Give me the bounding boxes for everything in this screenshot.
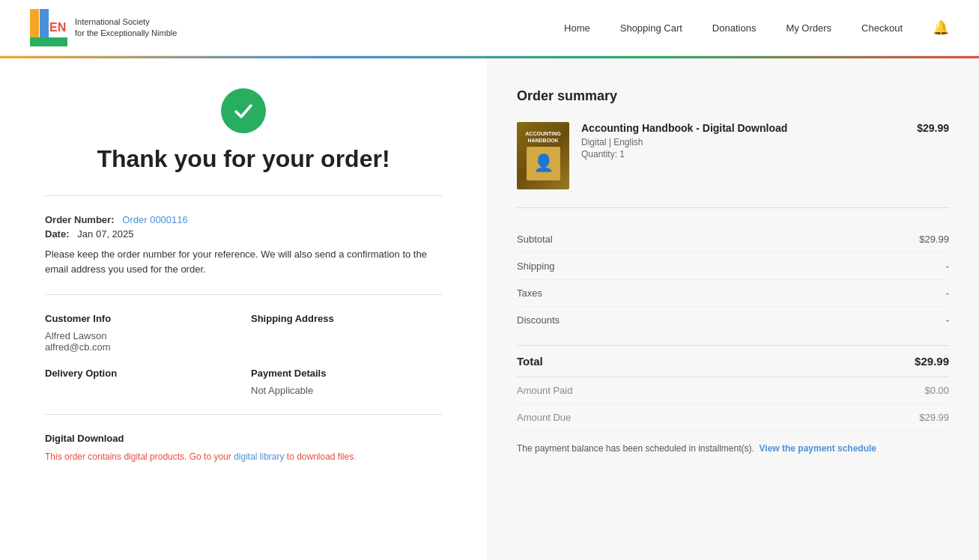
product-image: ACCOUNTINGHANDBOOK 👤 — [517, 122, 569, 189]
main-nav: Home Shopping Cart Donations My Orders C… — [564, 19, 949, 36]
discounts-label: Discounts — [517, 314, 560, 326]
installment-note-text: The payment balance has been scheduled i… — [517, 443, 754, 454]
nav-checkout[interactable]: Checkout — [861, 22, 903, 34]
delivery-payment-grid: Delivery Option Payment Details Not Appl… — [45, 368, 442, 396]
digital-download-heading: Digital Download — [45, 433, 442, 444]
amount-paid-row: Amount Paid $0.00 — [517, 377, 949, 404]
amount-due-value: $29.99 — [919, 412, 949, 423]
discounts-value: - — [946, 314, 949, 326]
shipping-row: Shipping - — [517, 253, 949, 280]
discounts-row: Discounts - — [517, 307, 949, 333]
thank-you-title: Thank you for your order! — [45, 145, 442, 173]
digital-download-section: Digital Download This order contains dig… — [45, 433, 442, 463]
installment-note: The payment balance has been scheduled i… — [517, 442, 949, 455]
book-cover-image: 👤 — [527, 147, 560, 180]
view-payment-schedule-link[interactable]: View the payment schedule — [760, 443, 877, 454]
product-item: ACCOUNTINGHANDBOOK 👤 Accounting Handbook… — [517, 122, 949, 208]
delivery-option-heading: Delivery Option — [45, 368, 236, 379]
customer-info-heading: Customer Info — [45, 313, 236, 324]
taxes-row: Taxes - — [517, 280, 949, 307]
customer-name: Alfred Lawson — [45, 330, 236, 341]
order-details: Order Number: Order 0000116 Date: Jan 07… — [45, 214, 442, 276]
divider-after-info — [45, 414, 442, 415]
svg-text:EN: EN — [49, 21, 66, 34]
amount-due-row: Amount Due $29.99 — [517, 404, 949, 431]
subtotal-row: Subtotal $29.99 — [517, 226, 949, 253]
subtotal-value: $29.99 — [919, 234, 949, 245]
order-summary-title: Order summary — [517, 88, 949, 104]
logo-icon: EN — [30, 9, 67, 46]
nav-donations[interactable]: Donations — [712, 22, 757, 34]
delivery-option-section: Delivery Option — [45, 368, 236, 396]
product-name: Accounting Handbook - Digital Download — [581, 122, 905, 134]
info-grid: Customer Info Alfred Lawson alfred@cb.co… — [45, 313, 442, 353]
customer-info-section: Customer Info Alfred Lawson alfred@cb.co… — [45, 313, 236, 353]
order-number-value: Order 0000116 — [122, 214, 187, 225]
date-value: Jan 07, 2025 — [77, 228, 133, 240]
success-section: Thank you for your order! — [45, 88, 442, 173]
confirmation-message: Please keep the order number for your re… — [45, 247, 442, 276]
total-section: Total $29.99 Amount Paid $0.00 Amount Du… — [517, 345, 949, 431]
product-meta-format: Digital | English — [581, 137, 905, 147]
main-content: Thank you for your order! Order Number: … — [0, 58, 979, 560]
taxes-value: - — [946, 287, 949, 299]
summary-rows: Subtotal $29.99 Shipping - Taxes - Disco… — [517, 226, 949, 333]
site-header: EN International Society for the Excepti… — [0, 0, 979, 56]
total-value: $29.99 — [915, 355, 949, 368]
right-panel: Order summary ACCOUNTINGHANDBOOK 👤 Accou… — [487, 58, 979, 560]
left-panel: Thank you for your order! Order Number: … — [0, 58, 487, 560]
product-meta-quantity: Quantity: 1 — [581, 149, 905, 159]
shipping-address-heading: Shipping Address — [251, 313, 442, 324]
order-number-label: Order Number: — [45, 214, 114, 225]
payment-details-section: Payment Details Not Applicable — [251, 368, 442, 396]
total-label: Total — [517, 355, 543, 368]
amount-paid-label: Amount Paid — [517, 385, 572, 396]
shipping-label: Shipping — [517, 261, 555, 272]
customer-email: alfred@cb.com — [45, 341, 236, 353]
shipping-address-section: Shipping Address — [251, 313, 442, 353]
product-price: $29.99 — [917, 122, 949, 134]
payment-not-applicable: Not Applicable — [251, 385, 442, 396]
subtotal-label: Subtotal — [517, 234, 553, 245]
notification-bell-icon[interactable]: 🔔 — [933, 19, 949, 36]
digital-download-text: This order contains digital products. Go… — [45, 450, 442, 463]
taxes-label: Taxes — [517, 287, 542, 299]
nav-home[interactable]: Home — [564, 22, 590, 34]
digital-library-link[interactable]: digital library — [234, 451, 284, 462]
amount-due-label: Amount Due — [517, 412, 571, 423]
book-cover-title: ACCOUNTINGHANDBOOK — [525, 131, 560, 144]
date-label: Date: — [45, 228, 70, 240]
product-info: Accounting Handbook - Digital Download D… — [581, 122, 905, 161]
svg-rect-2 — [30, 37, 67, 46]
book-cover: ACCOUNTINGHANDBOOK 👤 — [517, 122, 569, 189]
nav-my-orders[interactable]: My Orders — [786, 22, 831, 34]
divider-after-title — [45, 195, 442, 196]
shipping-value: - — [946, 261, 949, 272]
nav-shopping-cart[interactable]: Shopping Cart — [620, 22, 682, 34]
amount-paid-value: $0.00 — [924, 385, 949, 396]
success-checkmark-icon — [221, 88, 266, 133]
total-row: Total $29.99 — [517, 345, 949, 377]
logo-text: International Society for the Exceptiona… — [75, 16, 177, 40]
payment-details-heading: Payment Details — [251, 368, 442, 379]
logo: EN International Society for the Excepti… — [30, 9, 177, 46]
divider-after-order-details — [45, 294, 442, 295]
